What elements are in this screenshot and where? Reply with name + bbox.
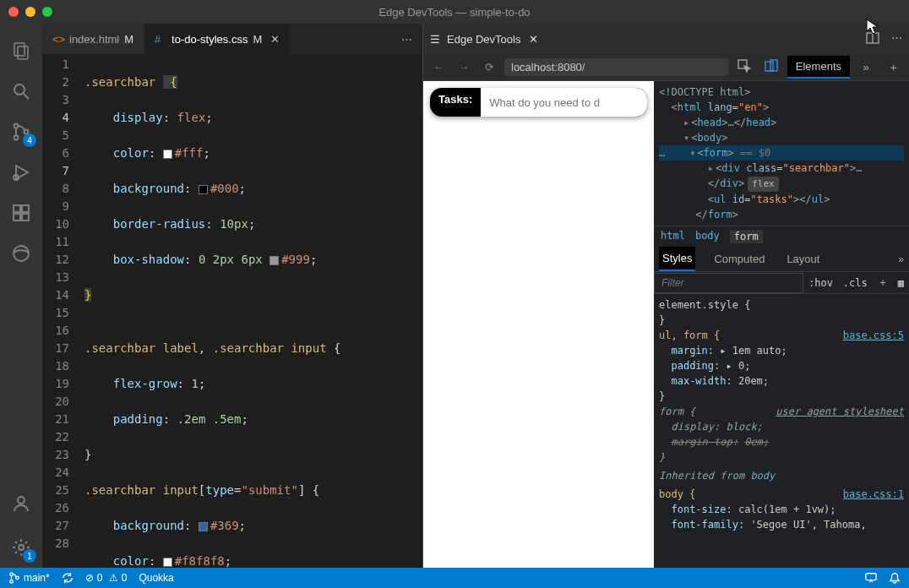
tab-index-html[interactable]: <> index.html M: [42, 24, 144, 54]
tasks-searchbar: Tasks:: [430, 88, 647, 117]
devtools-panel: ☰ Edge DevTools ✕ ⋯ ← → ⟳ localhost:8080…: [422, 24, 909, 568]
tasks-label: Tasks:: [430, 88, 481, 117]
html-file-icon: <>: [52, 33, 64, 45]
forward-icon[interactable]: →: [454, 61, 474, 74]
cls-button[interactable]: .cls: [838, 274, 873, 292]
source-link[interactable]: base.css:5: [843, 328, 904, 343]
status-bar: main* ⊘ 0 ⚠ 0 Quokka: [0, 568, 909, 588]
source-link[interactable]: base.css:1: [843, 487, 904, 502]
window-title: Edge DevTools — simple-to-do: [378, 6, 530, 19]
settings-badge: 1: [23, 549, 36, 563]
activity-bar: 4 1: [0, 24, 42, 568]
code-editor[interactable]: 1234567891011121314151617181920212223242…: [42, 54, 422, 568]
panel-title: Edge DevTools: [447, 33, 520, 46]
svg-rect-9: [14, 205, 20, 212]
svg-point-2: [14, 84, 24, 95]
svg-rect-19: [765, 62, 773, 71]
new-style-rule-icon[interactable]: ＋: [873, 272, 893, 293]
page-viewport[interactable]: Tasks:: [423, 81, 654, 568]
svg-rect-1: [18, 46, 28, 59]
elements-tab[interactable]: Elements: [787, 56, 850, 79]
search-icon[interactable]: [1, 71, 41, 112]
zoom-window-button[interactable]: [42, 7, 52, 17]
crumb-body[interactable]: body: [695, 230, 720, 243]
layout-tab-button[interactable]: Layout: [783, 248, 823, 270]
panel-close-icon[interactable]: ✕: [529, 33, 538, 46]
more-tab-actions-icon[interactable]: ⋯: [401, 33, 412, 46]
url-bar[interactable]: localhost:8080/: [504, 58, 728, 76]
quokka-status[interactable]: Quokka: [139, 572, 173, 584]
computed-tab-button[interactable]: Computed: [710, 248, 768, 270]
inspector: <!DOCTYPE html> <html lang="en"> ▸<head>…: [654, 81, 909, 568]
inherit-from-link[interactable]: body: [750, 470, 775, 482]
more-panel-actions-icon[interactable]: ⋯: [891, 31, 902, 47]
explorer-icon[interactable]: [1, 30, 41, 71]
settings-gear-icon[interactable]: 1: [1, 527, 41, 568]
styles-tabs: Styles Computed Layout »: [654, 247, 909, 272]
code-content[interactable]: .searchbar { display: flex; color: #fff;…: [84, 54, 422, 568]
back-icon[interactable]: ←: [428, 61, 449, 74]
notifications-icon[interactable]: [889, 572, 901, 584]
svg-point-5: [14, 136, 19, 140]
extensions-icon[interactable]: [1, 193, 41, 233]
device-toggle-icon[interactable]: [760, 59, 782, 75]
reload-icon[interactable]: ⟳: [479, 61, 499, 74]
svg-rect-11: [22, 214, 29, 220]
hov-button[interactable]: :hov: [803, 274, 838, 292]
inspect-element-icon[interactable]: [733, 59, 755, 75]
account-icon[interactable]: [1, 483, 41, 524]
styles-filter-row: :hov .cls ＋ ▦: [654, 272, 909, 294]
tab-label: index.html: [69, 33, 119, 46]
svg-point-15: [19, 545, 24, 550]
branch-status[interactable]: main*: [8, 572, 50, 584]
window-titlebar: Edge DevTools — simple-to-do: [0, 0, 909, 24]
line-gutter: 1234567891011121314151617181920212223242…: [42, 54, 84, 568]
modified-indicator: M: [124, 33, 133, 46]
box-model-icon[interactable]: ▦: [893, 274, 909, 292]
dom-breadcrumbs[interactable]: html body form: [654, 226, 909, 247]
crumb-form[interactable]: form: [730, 230, 763, 243]
more-styles-tabs-icon[interactable]: »: [898, 253, 904, 265]
feedback-icon[interactable]: [865, 572, 877, 584]
problems-status[interactable]: ⊘ 0 ⚠ 0: [85, 572, 128, 584]
svg-rect-12: [22, 205, 29, 212]
devtools-toolbar: ← → ⟳ localhost:8080/ Elements » ＋: [423, 54, 909, 81]
close-tab-icon[interactable]: ✕: [270, 33, 280, 46]
sync-status[interactable]: [62, 572, 73, 584]
tab-to-do-styles-css[interactable]: # to-do-styles.css M ✕: [144, 24, 291, 54]
styles-body[interactable]: element.style { } ul, form {base.css:5 m…: [654, 294, 909, 568]
svg-point-4: [14, 124, 19, 128]
styles-tab-button[interactable]: Styles: [659, 247, 695, 271]
svg-point-21: [10, 573, 14, 576]
flex-badge[interactable]: flex: [748, 177, 779, 192]
edge-icon[interactable]: [1, 233, 41, 274]
svg-point-22: [10, 580, 14, 584]
crumb-html[interactable]: html: [661, 230, 685, 243]
scm-badge: 4: [23, 133, 36, 147]
svg-point-13: [14, 246, 29, 261]
styles-filter-input[interactable]: [654, 273, 803, 293]
editor-tabs: <> index.html M # to-do-styles.css M ✕ ⋯: [42, 24, 422, 54]
svg-line-3: [24, 94, 29, 99]
svg-rect-0: [14, 43, 24, 56]
tab-label: to-do-styles.css: [171, 33, 248, 46]
source-control-icon[interactable]: 4: [1, 112, 41, 152]
more-tools-icon[interactable]: »: [855, 61, 877, 74]
panel-menu-icon[interactable]: ☰: [430, 33, 440, 46]
run-debug-icon[interactable]: [1, 152, 41, 193]
svg-point-14: [18, 497, 24, 504]
minimize-window-button[interactable]: [25, 7, 35, 17]
css-file-icon: #: [155, 33, 166, 45]
traffic-lights: [8, 7, 52, 17]
svg-rect-10: [14, 214, 20, 220]
modified-indicator: M: [253, 33, 262, 46]
close-window-button[interactable]: [8, 7, 19, 17]
split-editor-icon[interactable]: [866, 31, 879, 47]
tasks-input[interactable]: [481, 88, 647, 117]
add-tab-icon[interactable]: ＋: [882, 60, 904, 75]
dom-tree[interactable]: <!DOCTYPE html> <html lang="en"> ▸<head>…: [654, 81, 909, 226]
